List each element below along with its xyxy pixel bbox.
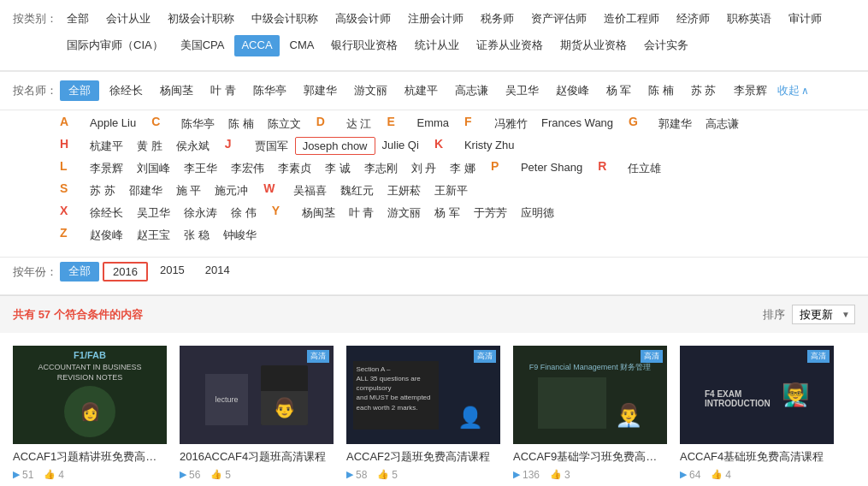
teacher-tag-11[interactable]: 陈 楠 [641, 80, 681, 102]
teacher-name-李王华[interactable]: 李王华 [177, 159, 224, 178]
teacher-tag-4[interactable]: 郭建华 [297, 80, 344, 102]
teacher-name-冯雅竹[interactable]: 冯雅竹 [487, 115, 534, 133]
video-card-2[interactable]: 高清 lecture 👨 2016ACCAF4习题班高清课程 ▶ 56 👍 [180, 346, 334, 480]
teacher-name-叶-青[interactable]: 叶 青 [342, 204, 381, 222]
teacher-name-吴福喜[interactable]: 吴福喜 [286, 181, 334, 200]
category-tag-jingji[interactable]: 经济师 [670, 9, 717, 30]
year-tag-2014[interactable]: 2014 [197, 262, 239, 282]
sort-select[interactable]: 按更新 按热度 按评分 [792, 305, 855, 324]
teacher-name-julie-qi[interactable]: Julie Qi [375, 137, 426, 153]
teacher-name-侯永斌[interactable]: 侯永斌 [169, 137, 216, 156]
category-tag-zhicheng[interactable]: 职称英语 [720, 9, 778, 30]
teacher-name-emma[interactable]: Emma [410, 115, 456, 131]
teacher-name-陈-楠[interactable]: 陈 楠 [221, 115, 261, 133]
teacher-name-陈立文[interactable]: 陈立文 [261, 115, 308, 133]
teacher-tag-13[interactable]: 李景辉 [727, 80, 774, 102]
teacher-name-陈华亭[interactable]: 陈华亭 [174, 115, 221, 133]
teacher-name-徐经长[interactable]: 徐经长 [83, 204, 130, 222]
teacher-name-应明德[interactable]: 应明德 [514, 204, 561, 222]
teacher-collapse-btn[interactable]: 收起 ∧ [777, 80, 809, 102]
teacher-name-刘国峰[interactable]: 刘国峰 [130, 159, 177, 178]
category-tag-zhuce[interactable]: 注册会计师 [401, 9, 470, 30]
teacher-tag-all[interactable]: 全部 [60, 80, 99, 102]
teacher-name-kristy-zhu[interactable]: Kristy Zhu [458, 137, 522, 153]
category-tag-cma[interactable]: CMA [283, 35, 322, 56]
category-tag-zichan[interactable]: 资产评估师 [524, 9, 593, 30]
teacher-name-任立雄[interactable]: 任立雄 [621, 159, 668, 178]
teacher-name-王妍菘[interactable]: 王妍菘 [381, 181, 428, 200]
teacher-name-李景辉[interactable]: 李景辉 [83, 159, 130, 178]
teacher-name-李-娜[interactable]: 李 娜 [443, 159, 482, 178]
video-card-5[interactable]: 高清 F4 EXAM INTRODUCTION 👨‍🏫 ACCAF4基础班免费高… [680, 346, 834, 480]
category-tag-zhengquan[interactable]: 证券从业资格 [469, 35, 550, 56]
category-tag-qihuo[interactable]: 期货从业资格 [553, 35, 634, 56]
category-tag-all[interactable]: 全部 [60, 9, 96, 30]
year-tag-2015[interactable]: 2015 [151, 262, 193, 282]
teacher-name-李-诚[interactable]: 李 诚 [318, 159, 357, 178]
teacher-name-施元冲[interactable]: 施元冲 [208, 181, 255, 200]
teacher-tag-1[interactable]: 杨闽茎 [153, 80, 200, 102]
teacher-name-郭建华[interactable]: 郭建华 [652, 115, 699, 133]
year-tag-2016[interactable]: 2016 [103, 262, 148, 282]
teacher-name-施-平[interactable]: 施 平 [169, 181, 209, 200]
like-count-1: 👍 4 [44, 469, 64, 481]
category-tag-acca[interactable]: ACCA [234, 35, 279, 56]
teacher-name-apple-liu[interactable]: Apple Liu [83, 115, 143, 131]
teacher-name-杨-军[interactable]: 杨 军 [428, 204, 467, 222]
teacher-name-刘-丹[interactable]: 刘 丹 [404, 159, 444, 178]
teacher-name-杨闽茎[interactable]: 杨闽茎 [295, 204, 342, 222]
teacher-name-joseph-chow[interactable]: Joseph chow [295, 137, 375, 155]
teacher-name-王新平[interactable]: 王新平 [428, 181, 475, 200]
teacher-name-高志谦[interactable]: 高志谦 [699, 115, 746, 133]
category-tag-zhongji[interactable]: 中级会计职称 [245, 9, 325, 30]
teacher-name-吴卫华[interactable]: 吴卫华 [130, 204, 177, 222]
video-card-3[interactable]: 高清 Section A –ALL 35 questions are compu… [346, 346, 500, 480]
teacher-name-徐永涛[interactable]: 徐永涛 [177, 204, 224, 222]
category-tag-guonei[interactable]: 国际内审师（CIA） [60, 35, 170, 56]
teacher-tag-8[interactable]: 吴卫华 [499, 80, 546, 102]
teacher-name-邵建华[interactable]: 邵建华 [122, 181, 169, 200]
teacher-name-赵王宝[interactable]: 赵王宝 [130, 226, 177, 245]
teacher-tag-6[interactable]: 杭建平 [398, 80, 445, 102]
category-tag-yinhang[interactable]: 银行职业资格 [324, 35, 404, 56]
teacher-tag-10[interactable]: 杨 军 [599, 80, 639, 102]
teacher-name-于芳芳[interactable]: 于芳芳 [467, 204, 514, 222]
teacher-name-游文丽[interactable]: 游文丽 [381, 204, 428, 222]
teacher-tag-7[interactable]: 高志谦 [448, 80, 495, 102]
teacher-name-张-稳[interactable]: 张 稳 [177, 226, 216, 245]
teacher-name-苏-苏[interactable]: 苏 苏 [83, 181, 122, 200]
teacher-name-李宏伟[interactable]: 李宏伟 [224, 159, 271, 178]
teacher-tag-9[interactable]: 赵俊峰 [549, 80, 596, 102]
teacher-name-李志刚[interactable]: 李志刚 [357, 159, 404, 178]
category-tag-kuaijishiwu[interactable]: 会计实务 [637, 35, 695, 56]
category-tag-zaojia[interactable]: 造价工程师 [597, 9, 666, 30]
teacher-name-黄-胜[interactable]: 黄 胜 [130, 137, 169, 156]
teacher-name-贾国军[interactable]: 贾国军 [248, 137, 295, 156]
video-meta-2: ▶ 56 👍 5 [180, 469, 334, 481]
category-tag-gaoji[interactable]: 高级会计师 [328, 9, 398, 30]
category-tag-shuiwu[interactable]: 税务师 [474, 9, 521, 30]
video-card-4[interactable]: 高清 F9 Financial Management 财务管理 👨‍💼 ACCA… [513, 346, 667, 480]
category-tag-kuaiji[interactable]: 会计从业 [99, 9, 157, 30]
teacher-name-达-江[interactable]: 达 江 [340, 115, 379, 133]
teacher-tag-2[interactable]: 叶 青 [204, 80, 243, 102]
teacher-name-赵俊峰[interactable]: 赵俊峰 [83, 226, 130, 245]
teacher-name-frances-wang[interactable]: Frances Wang [534, 115, 620, 131]
teacher-name-李素贞[interactable]: 李素贞 [271, 159, 318, 178]
teacher-name-钟峻华[interactable]: 钟峻华 [216, 226, 263, 245]
category-tag-shenjishi[interactable]: 审计师 [782, 9, 829, 30]
category-tag-chuji[interactable]: 初级会计职称 [161, 9, 241, 30]
teacher-tag-5[interactable]: 游文丽 [347, 80, 394, 102]
teacher-tag-0[interactable]: 徐经长 [103, 80, 150, 102]
teacher-name-魏红元[interactable]: 魏红元 [334, 181, 381, 200]
results-count: 共有 57 个符合条件的内容 [13, 307, 143, 323]
video-card-1[interactable]: F1/FAB ACCOUNTANT IN BUSINESS REVISION N… [13, 346, 167, 480]
teacher-tag-3[interactable]: 陈华亭 [246, 80, 293, 102]
teacher-name-peter-shang[interactable]: Peter Shang [514, 159, 589, 175]
teacher-name-杭建平[interactable]: 杭建平 [83, 137, 130, 156]
teacher-name-徐-伟[interactable]: 徐 伟 [224, 204, 263, 222]
category-tag-tongji[interactable]: 统计从业 [408, 35, 466, 56]
category-tag-meiguo[interactable]: 美国CPA [174, 35, 232, 56]
teacher-tag-12[interactable]: 苏 苏 [684, 80, 723, 102]
year-tag-all[interactable]: 全部 [60, 262, 99, 282]
